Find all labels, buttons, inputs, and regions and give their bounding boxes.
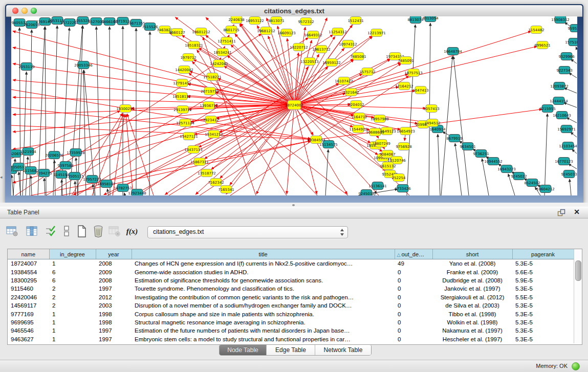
graph-node-9756928[interactable]: 9756928 [396, 143, 411, 150]
graph-node-16953122[interactable]: 16953122 [246, 17, 264, 25]
tab-edge-table[interactable]: Edge Table [267, 345, 315, 355]
cell-pagerank[interactable]: 5.6E-5 [512, 268, 574, 276]
graph-node-7923412[interactable]: 7923412 [203, 116, 219, 124]
table-row[interactable]: 946554611997Estimation of the future num… [8, 326, 574, 335]
graph-node-16648784[interactable]: 16648784 [444, 48, 462, 55]
cell-short[interactable]: Tibbo et al. (1998) [432, 310, 512, 318]
graph-node-12103454[interactable]: 12103454 [559, 142, 577, 150]
cell-year[interactable]: 1998 [96, 310, 132, 318]
graph-node-15751074[interactable]: 15751074 [565, 38, 577, 46]
cell-in_degree[interactable]: 1 [49, 259, 96, 268]
graph-node-20053346[interactable]: 20053346 [74, 61, 93, 69]
graph-node-8813071[interactable]: 8813071 [268, 17, 284, 25]
cell-year[interactable]: 2009 [96, 268, 132, 276]
float-panel-icon[interactable] [557, 209, 565, 216]
graph-node-20719733[interactable]: 20719733 [201, 87, 219, 95]
cell-short[interactable]: Stergiakouli et al. (2012) [432, 293, 512, 301]
table-row[interactable]: 946362711997Embryonic stem cells: a mode… [8, 335, 574, 343]
graph-node-252254[interactable]: 252254 [392, 174, 406, 182]
graph-node-8813074[interactable]: 8813074 [407, 16, 424, 24]
cell-year[interactable]: 2012 [96, 293, 132, 301]
graph-node-1154482[interactable]: 1154482 [528, 26, 544, 34]
graph-node-16770123[interactable]: 16770123 [555, 158, 573, 165]
graph-node-1394275[interactable]: 1394275 [36, 169, 52, 177]
graph-node-9634501[interactable]: 9634501 [460, 143, 475, 150]
cell-out_de[interactable]: 0 [395, 310, 432, 318]
graph-node-2053119[interactable]: 2053119 [18, 63, 34, 71]
cell-year[interactable]: 1998 [96, 318, 132, 326]
cell-pagerank[interactable]: 5.3E-5 [512, 318, 574, 326]
cell-out_de[interactable]: 0 [395, 301, 432, 310]
scrollbar-thumb[interactable] [575, 260, 581, 281]
column-header-title[interactable]: title [132, 249, 395, 259]
table-row[interactable]: 1938455462009Genome-wide association stu… [8, 268, 574, 276]
tab-network-table[interactable]: Network Table [315, 345, 371, 355]
graph-node-1512431[interactable]: 1512431 [347, 17, 363, 25]
graph-node-9736251[interactable]: 9736251 [473, 150, 489, 158]
graph-node-18724007[interactable]: 18724007 [285, 100, 303, 110]
cell-in_degree[interactable]: 1 [49, 335, 96, 343]
cell-title[interactable]: Embryonic stem cells: a model to study s… [132, 335, 395, 343]
cell-name[interactable]: 9463627 [8, 335, 49, 343]
cell-out_de[interactable]: 0 [395, 268, 432, 276]
cell-year[interactable]: 1997 [96, 285, 132, 293]
graph-node-15692971[interactable]: 15692971 [557, 125, 576, 133]
graph-node-20206576[interactable]: 20206576 [45, 151, 63, 159]
graph-node-16609123[interactable]: 16609123 [277, 29, 296, 37]
cell-title[interactable]: Estimation of the future numbers of pati… [132, 326, 395, 335]
graph-node-8996521[interactable]: 8996521 [534, 41, 550, 49]
cell-pagerank[interactable]: 5.3E-5 [512, 259, 574, 268]
graph-node-9227343[interactable]: 9227343 [556, 67, 572, 74]
graph-node-7515526[interactable]: 7515526 [142, 23, 158, 31]
cell-pagerank[interactable]: 5.3E-5 [512, 310, 574, 318]
column-header-year[interactable]: year [96, 249, 132, 259]
graph-node-15908312[interactable]: 15908312 [551, 16, 570, 24]
cell-pagerank[interactable]: 5.3E-5 [512, 335, 574, 343]
function-builder-icon[interactable]: f(x) [125, 224, 139, 238]
graph-node-8660127[interactable]: 8660127 [169, 29, 185, 36]
cell-in_degree[interactable]: 2 [49, 301, 96, 310]
column-visibility-icon[interactable] [25, 224, 39, 238]
graph-node-10944552[interactable]: 10944552 [484, 158, 503, 165]
cell-out_de[interactable]: 0 [395, 326, 432, 335]
graph-node-8215955[interactable]: 8215955 [539, 105, 555, 113]
table-row[interactable]: 911546021997Tourette syndrome. Phenomeno… [8, 285, 574, 293]
table-row[interactable]: 1830029562008Estimation of significance … [8, 276, 574, 285]
graph-node-7485081[interactable]: 7485081 [350, 53, 366, 60]
graph-node-13220712[interactable]: 13220712 [290, 43, 308, 51]
table-scrollbar[interactable] [574, 249, 582, 343]
graph-node-1979712[interactable]: 1979712 [180, 54, 196, 61]
cell-short[interactable]: Franke et al. (2009) [432, 268, 512, 276]
graph-node-13220513[interactable]: 13220513 [300, 58, 319, 65]
graph-node-8601715[interactable]: 8601715 [223, 26, 239, 34]
cell-out_de[interactable]: 49 [395, 259, 432, 268]
graph-node-17518221[interactable]: 17518221 [203, 73, 222, 81]
cell-name[interactable]: 9777169 [8, 310, 49, 318]
cell-year[interactable]: 2008 [96, 259, 132, 268]
column-header-out_de[interactable]: △out_de… [395, 249, 432, 259]
cell-title[interactable]: Estimation of significance thresholds fo… [132, 276, 395, 285]
graph-node-7165341[interactable]: 7165341 [218, 186, 234, 193]
table-row[interactable]: 1872400712008Changes of HCN gene express… [8, 259, 574, 268]
table-row[interactable]: 1456911722003Disruption of a novel membe… [8, 301, 574, 310]
table-row[interactable]: 2242004622012Investigating the contribut… [8, 293, 574, 301]
cell-in_degree[interactable]: 1 [49, 310, 96, 318]
graph-node-8313054[interactable]: 8313054 [422, 16, 439, 22]
graph-node-11544912[interactable]: 11544912 [349, 125, 367, 133]
network-window-titlebar[interactable]: citations_edges.txt [6, 5, 582, 17]
row-selection-icon[interactable] [43, 224, 57, 238]
tab-node-table[interactable]: Node Table [220, 345, 267, 355]
graph-node-16210643[interactable]: 16210643 [553, 112, 571, 119]
split-pane-collapse-icon[interactable]: ◂ [0, 174, 3, 180]
graph-node-12571124[interactable]: 12571124 [176, 119, 194, 127]
column-header-name[interactable]: name [8, 249, 49, 259]
graph-node-2204012[interactable]: 2204012 [348, 101, 364, 108]
graph-node-8524502[interactable]: 8524502 [524, 179, 540, 187]
cell-name[interactable]: 19384554 [8, 268, 49, 276]
close-panel-icon[interactable]: ✕ [574, 208, 580, 216]
graph-node-12213971[interactable]: 12213971 [367, 29, 386, 37]
cell-name[interactable]: 14569117 [8, 301, 49, 310]
graph-node-9397588[interactable]: 9397588 [57, 162, 73, 169]
graph-node-9572312[interactable]: 9572312 [298, 18, 314, 26]
cell-title[interactable]: Investigating the contribution of common… [132, 293, 395, 301]
